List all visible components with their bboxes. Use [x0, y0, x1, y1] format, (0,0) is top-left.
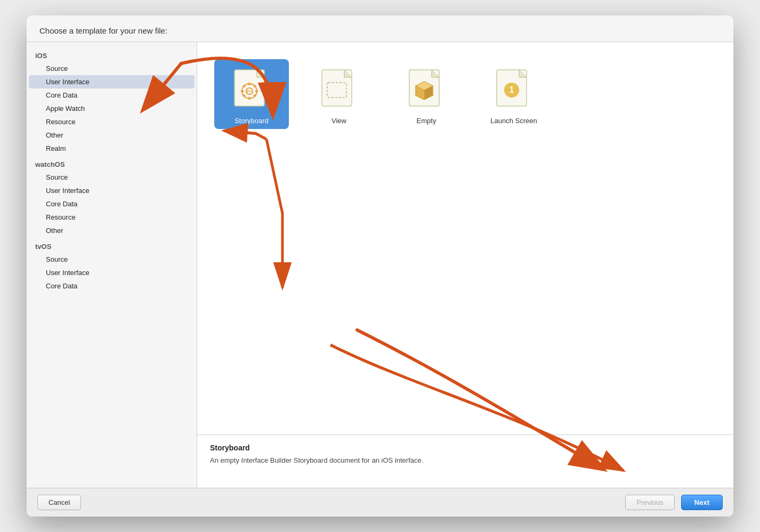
description-title: Storyboard: [210, 444, 721, 452]
svg-rect-6: [248, 83, 250, 85]
sidebar-item-watchos-core-data[interactable]: Core Data: [29, 197, 195, 211]
template-item-view[interactable]: View: [302, 59, 376, 129]
template-item-empty[interactable]: Empty: [389, 59, 464, 129]
launch-screen-label: Launch Screen: [490, 117, 537, 125]
storyboard-label: Storyboard: [235, 117, 269, 125]
empty-label: Empty: [417, 117, 436, 125]
view-icon: [316, 66, 362, 112]
template-item-launch-screen[interactable]: 1 Launch Screen: [476, 59, 551, 129]
empty-icon: [403, 66, 450, 112]
sidebar-item-ios-source[interactable]: Source: [29, 62, 195, 75]
sidebar-item-tvos-source[interactable]: Source: [29, 253, 195, 266]
cancel-button[interactable]: Cancel: [37, 495, 81, 510]
sidebar-item-ios-user-interface[interactable]: User Interface: [29, 75, 195, 88]
sidebar-item-ios-apple-watch[interactable]: Apple Watch: [29, 102, 195, 115]
svg-rect-9: [255, 90, 258, 92]
storyboard-icon: [228, 66, 275, 112]
sidebar-item-tvos-core-data[interactable]: Core Data: [29, 279, 195, 293]
dialog-header: Choose a template for your new file:: [27, 15, 733, 42]
svg-rect-8: [241, 90, 244, 92]
dialog-body: iOS Source User Interface Core Data Appl…: [27, 42, 733, 488]
sidebar-section-tvos: tvOS: [27, 237, 197, 253]
dialog-title: Choose a template for your new file:: [39, 26, 167, 35]
sidebar-item-ios-resource[interactable]: Resource: [29, 115, 195, 128]
sidebar-item-watchos-other[interactable]: Other: [29, 224, 195, 237]
next-button[interactable]: Next: [681, 495, 723, 510]
description-area: Storyboard An empty Interface Builder St…: [197, 434, 733, 488]
launch-screen-icon: 1: [490, 66, 537, 112]
svg-text:1: 1: [510, 85, 514, 94]
dialog: Choose a template for your new file: iOS…: [27, 15, 733, 517]
sidebar-section-ios: iOS: [27, 46, 197, 62]
footer-right: Previous Next: [625, 495, 723, 510]
view-label: View: [332, 117, 346, 125]
dialog-footer: Cancel Previous Next: [27, 488, 733, 517]
description-text: An empty Interface Builder Storyboard do…: [210, 455, 721, 466]
sidebar-item-watchos-source[interactable]: Source: [29, 171, 195, 184]
sidebar-item-watchos-resource[interactable]: Resource: [29, 211, 195, 224]
sidebar-item-ios-core-data[interactable]: Core Data: [29, 88, 195, 102]
sidebar-section-watchos: watchOS: [27, 155, 197, 171]
previous-button[interactable]: Previous: [625, 495, 675, 510]
template-grid: Storyboard View: [197, 42, 733, 434]
sidebar-item-ios-other[interactable]: Other: [29, 128, 195, 142]
main-content: Storyboard View: [197, 42, 733, 488]
svg-rect-7: [248, 97, 250, 100]
template-item-storyboard[interactable]: Storyboard: [214, 59, 289, 129]
sidebar-item-tvos-user-interface[interactable]: User Interface: [29, 266, 195, 279]
sidebar-item-ios-realm[interactable]: Realm: [29, 142, 195, 155]
sidebar: iOS Source User Interface Core Data Appl…: [27, 42, 197, 488]
sidebar-item-watchos-user-interface[interactable]: User Interface: [29, 184, 195, 197]
